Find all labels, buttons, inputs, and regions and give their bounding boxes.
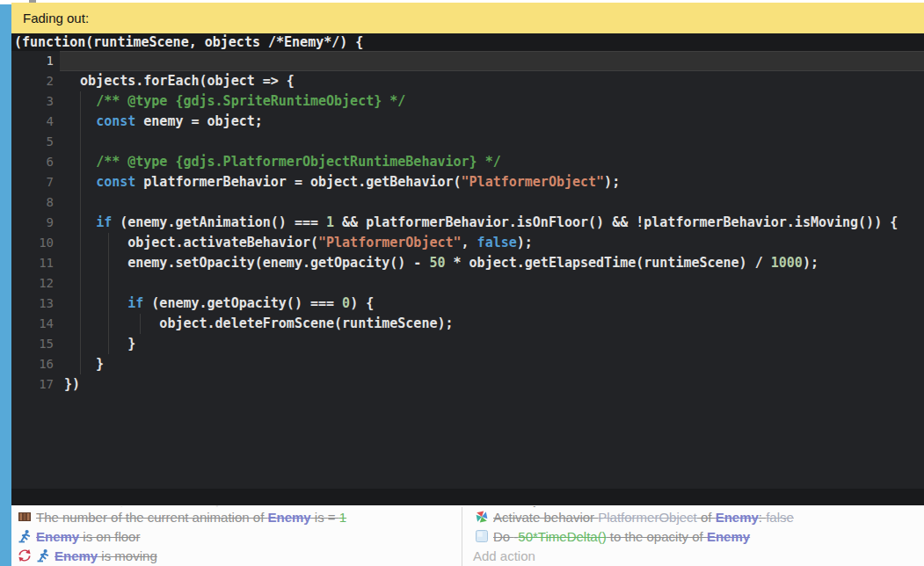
line-number: 9 [11,213,54,233]
line-number: 2 [11,71,54,91]
indent-guide [80,273,81,294]
code-line[interactable]: 9 if (enemy.getAnimation() === 1 && plat… [11,213,924,233]
line-number: 7 [11,172,54,192]
condition-row[interactable]: Enemy is moving [11,546,462,565]
code-line[interactable]: 11 enemy.setOpacity(enemy.getOpacity() -… [11,253,924,273]
event-comment-banner[interactable]: Fading out: [11,3,924,33]
line-number: 11 [11,253,54,273]
code-line[interactable]: 7 const platformerBehavior = object.getB… [11,172,924,192]
indent-guide [80,132,81,152]
actions-column: Activate behavior PlatformerObject of En… [462,507,924,566]
code-line[interactable]: 16 } [11,354,924,374]
animation-frame-icon [18,510,32,524]
code-line[interactable]: 14 object.deleteFromScene(runtimeScene); [11,314,924,334]
code-line[interactable]: 6 /** @type {gdjs.PlatformerObjectRuntim… [11,152,924,172]
line-number: 5 [11,132,54,152]
code-line[interactable]: 10 object.activateBehavior("PlatformerOb… [11,233,924,253]
event-sheet: Fading out: (function(runtimeScene, obje… [0,0,924,566]
action-text: Do -50*TimeDelta() to the opacity of Ene… [493,529,750,544]
code-text: const platformerBehavior = object.getBeh… [64,172,620,192]
line-number: 17 [11,374,54,395]
add-action-button[interactable]: Add action [462,546,924,565]
code-text: const enemy = object; [64,112,263,132]
line-number: 15 [11,334,54,354]
condition-text: Enemy is on floor [36,529,140,544]
event-selection-strip[interactable] [0,4,11,566]
code-text: enemy.setOpacity(enemy.getOpacity() - 50… [64,253,819,273]
line-number: 4 [11,112,54,132]
code-line[interactable]: 4 const enemy = object; [11,112,924,132]
code-line[interactable]: 15 } [11,334,924,354]
indent-guide [80,192,81,213]
line-number: 14 [11,314,54,334]
code-text: /** @type {gdjs.SpriteRuntimeObject} */ [64,91,405,112]
current-line-highlight [60,51,924,71]
code-footer-line: })(runtimeScene, objects /*Enemy*/); // … [11,489,924,505]
code-line[interactable]: 8 [11,192,924,213]
line-number: 13 [11,294,54,314]
indent-guide [108,273,109,294]
action-row[interactable]: Activate behavior PlatformerObject of En… [462,507,924,526]
code-line[interactable]: 13 if (enemy.getOpacity() === 0) { [11,294,924,314]
condition-row[interactable]: The number of the current animation of E… [11,507,462,526]
code-text: objects.forEach(object => { [64,71,295,91]
behavior-icon [475,510,489,524]
condition-text: Enemy is moving [55,548,157,563]
code-header-line: (function(runtimeScene, objects /*Enemy*… [11,33,924,51]
event-conditions-actions: The number of the current animation of E… [11,507,924,566]
code-line[interactable]: 17}) [11,374,924,395]
code-line[interactable]: 5 [11,132,924,152]
line-number: 1 [11,51,54,71]
code-text: object.activateBehavior("PlatformerObjec… [64,233,533,253]
code-text: } [64,334,135,354]
conditions-column: The number of the current animation of E… [11,507,462,566]
opacity-icon [475,529,489,543]
line-number: 6 [11,152,54,172]
code-line[interactable]: 2 objects.forEach(object => { [11,71,924,91]
line-number: 10 [11,233,54,253]
code-text: object.deleteFromScene(runtimeScene); [64,314,454,334]
code-text: if (enemy.getAnimation() === 1 && platfo… [64,213,898,233]
code-text: /** @type {gdjs.PlatformerObjectRuntimeB… [64,152,501,172]
condition-row[interactable]: Enemy is on floor [11,526,462,546]
code-line[interactable]: 1 [11,51,924,71]
invert-icon [18,548,32,562]
code-text: } [64,354,104,374]
line-number: 16 [11,354,54,374]
code-text: if (enemy.getOpacity() === 0) { [64,294,374,314]
code-line[interactable]: 12 [11,273,924,294]
condition-text: The number of the current animation of E… [36,510,346,525]
platformer-icon [36,548,50,562]
code-text: }) [64,374,80,395]
code-line[interactable]: 3 /** @type {gdjs.SpriteRuntimeObject} *… [11,91,924,112]
action-row[interactable]: Do -50*TimeDelta() to the opacity of Ene… [462,526,924,546]
line-number: 12 [11,273,54,294]
event-comment-text: Fading out: [23,11,89,25]
action-text: Activate behavior PlatformerObject of En… [493,510,794,525]
js-code-editor[interactable]: (function(runtimeScene, objects /*Enemy*… [11,33,924,505]
code-lines[interactable]: 12 objects.forEach(object => {3 /** @typ… [11,51,924,489]
platformer-icon [18,529,32,543]
line-number: 8 [11,192,54,213]
line-number: 3 [11,91,54,112]
